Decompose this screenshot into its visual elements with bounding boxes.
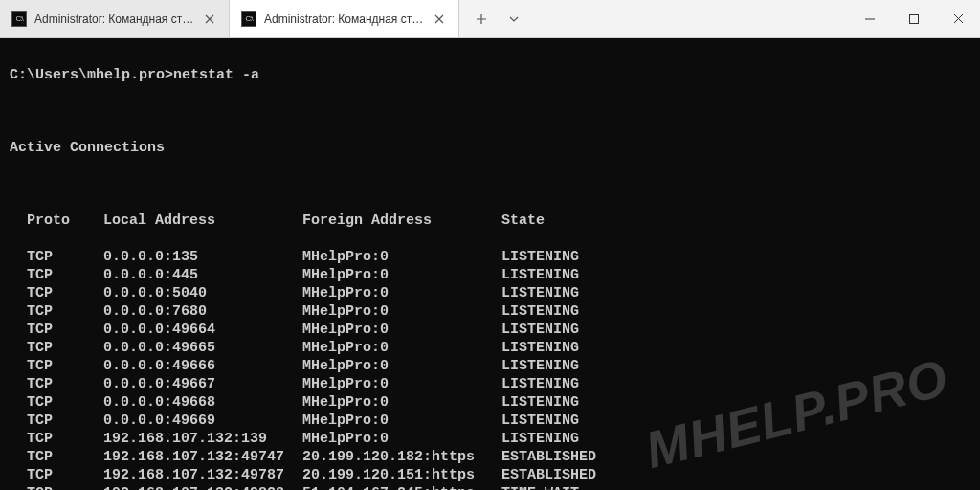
cell-proto: TCP: [27, 321, 103, 339]
maximize-button[interactable]: [892, 0, 936, 37]
cell-local: 0.0.0.0:49666: [103, 357, 302, 375]
cell-foreign: MHelpPro:0: [302, 266, 501, 284]
cmd-icon: C:\: [241, 11, 256, 27]
cell-local: 192.168.107.132:49787: [103, 466, 302, 484]
table-row: TCP0.0.0.0:49665MHelpPro:0LISTENING: [10, 339, 970, 357]
svg-rect-0: [910, 14, 919, 23]
close-icon[interactable]: [432, 11, 447, 27]
cell-state: LISTENING: [501, 248, 579, 266]
cell-proto: TCP: [27, 266, 103, 284]
table-row: TCP0.0.0.0:7680MHelpPro:0LISTENING: [10, 302, 970, 321]
col-foreign: Foreign Address: [302, 212, 501, 230]
title-bar: C:\ Administrator: Командная стро C:\ Ad…: [0, 0, 980, 38]
cell-state: ESTABLISHED: [501, 466, 596, 484]
cell-proto: TCP: [27, 448, 103, 466]
cell-local: 0.0.0.0:7680: [103, 302, 302, 321]
table-row: TCP192.168.107.132:4978720.199.120.151:h…: [10, 466, 970, 484]
close-icon[interactable]: [202, 11, 217, 27]
section-heading: Active Connections: [10, 139, 165, 157]
col-proto: Proto: [27, 212, 103, 230]
tab-active[interactable]: C:\ Administrator: Командная стро: [230, 0, 459, 37]
table-row: TCP0.0.0.0:49667MHelpPro:0LISTENING: [10, 375, 970, 393]
cell-local: 192.168.107.132:139: [103, 430, 302, 448]
table-row: TCP0.0.0.0:49668MHelpPro:0LISTENING: [10, 393, 970, 412]
cell-foreign: MHelpPro:0: [302, 412, 501, 430]
cell-state: LISTENING: [501, 412, 579, 430]
cell-proto: TCP: [27, 430, 103, 448]
cell-proto: TCP: [27, 248, 103, 266]
cell-state: LISTENING: [501, 430, 579, 448]
tab-title: Administrator: Командная стро: [264, 12, 424, 26]
cell-proto: TCP: [27, 339, 103, 357]
tab-inactive[interactable]: C:\ Administrator: Командная стро: [0, 0, 230, 37]
table-row: TCP0.0.0.0:49669MHelpPro:0LISTENING: [10, 412, 970, 430]
tab-title: Administrator: Командная стро: [34, 12, 194, 26]
table-row: TCP192.168.107.132:4974720.199.120.182:h…: [10, 448, 970, 466]
cell-state: ESTABLISHED: [501, 448, 596, 466]
cell-proto: TCP: [27, 357, 103, 375]
cell-foreign: MHelpPro:0: [302, 284, 501, 302]
cell-proto: TCP: [27, 484, 103, 490]
cell-local: 192.168.107.132:49828: [103, 484, 302, 490]
cell-foreign: MHelpPro:0: [302, 248, 501, 266]
cell-foreign: MHelpPro:0: [302, 375, 501, 393]
cell-local: 0.0.0.0:49669: [103, 412, 302, 430]
cell-foreign: MHelpPro:0: [302, 321, 501, 339]
cell-local: 0.0.0.0:445: [103, 266, 302, 284]
command: netstat -a: [173, 66, 259, 84]
cell-proto: TCP: [27, 302, 103, 321]
cell-state: LISTENING: [501, 357, 579, 375]
table-row: TCP0.0.0.0:49666MHelpPro:0LISTENING: [10, 357, 970, 375]
table-row: TCP0.0.0.0:445MHelpPro:0LISTENING: [10, 266, 970, 284]
cell-proto: TCP: [27, 284, 103, 302]
cell-local: 0.0.0.0:5040: [103, 284, 302, 302]
table-row: TCP192.168.107.132:139MHelpPro:0LISTENIN…: [10, 430, 970, 448]
col-state: State: [501, 212, 545, 230]
cell-local: 0.0.0.0:49668: [103, 393, 302, 412]
table-row: TCP0.0.0.0:49664MHelpPro:0LISTENING: [10, 321, 970, 339]
cell-state: LISTENING: [501, 339, 579, 357]
terminal-output[interactable]: C:\Users\mhelp.pro>netstat -a Active Con…: [0, 38, 980, 490]
cell-foreign: MHelpPro:0: [302, 302, 501, 321]
cell-foreign: 51.104.167.245:https: [302, 484, 501, 490]
cell-state: LISTENING: [501, 266, 579, 284]
close-window-button[interactable]: [936, 0, 980, 37]
cell-foreign: 20.199.120.151:https: [302, 466, 501, 484]
cell-foreign: 20.199.120.182:https: [302, 448, 501, 466]
cell-state: LISTENING: [501, 393, 579, 412]
table-row: TCP192.168.107.132:4982851.104.167.245:h…: [10, 484, 970, 490]
cell-proto: TCP: [27, 375, 103, 393]
cell-local: 0.0.0.0:49665: [103, 339, 302, 357]
tab-strip: C:\ Administrator: Командная стро C:\ Ad…: [0, 0, 848, 37]
cell-local: 192.168.107.132:49747: [103, 448, 302, 466]
cmd-icon: C:\: [11, 11, 27, 27]
new-tab-button[interactable]: [467, 5, 496, 33]
cell-state: LISTENING: [501, 321, 579, 339]
chevron-down-icon[interactable]: [500, 5, 528, 33]
cell-local: 0.0.0.0:49667: [103, 375, 302, 393]
cell-local: 0.0.0.0:49664: [103, 321, 302, 339]
table-row: TCP0.0.0.0:135MHelpPro:0LISTENING: [10, 248, 970, 266]
cell-state: LISTENING: [501, 302, 579, 321]
cell-proto: TCP: [27, 393, 103, 412]
minimize-button[interactable]: [848, 0, 892, 37]
table-header: ProtoLocal AddressForeign AddressState: [10, 212, 970, 230]
prompt: C:\Users\mhelp.pro>: [10, 66, 173, 84]
cell-state: TIME_WAIT: [501, 484, 579, 490]
col-local: Local Address: [103, 212, 302, 230]
window-controls: [848, 0, 980, 37]
cell-foreign: MHelpPro:0: [302, 393, 501, 412]
cell-foreign: MHelpPro:0: [302, 430, 501, 448]
cell-state: LISTENING: [501, 284, 579, 302]
cell-proto: TCP: [27, 412, 103, 430]
cell-foreign: MHelpPro:0: [302, 357, 501, 375]
cell-state: LISTENING: [501, 375, 579, 393]
cell-local: 0.0.0.0:135: [103, 248, 302, 266]
cell-proto: TCP: [27, 466, 103, 484]
table-row: TCP0.0.0.0:5040MHelpPro:0LISTENING: [10, 284, 970, 302]
cell-foreign: MHelpPro:0: [302, 339, 501, 357]
